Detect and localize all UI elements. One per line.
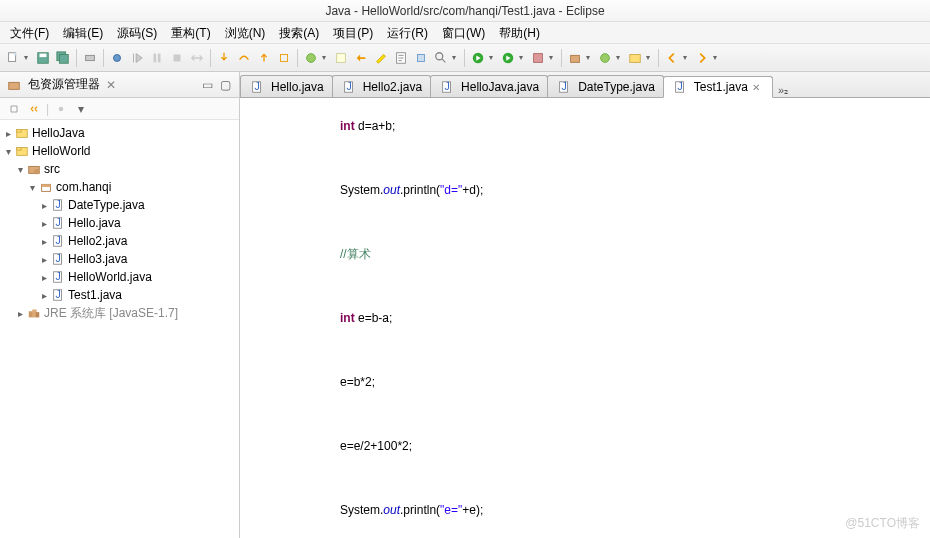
last-edit-button[interactable]	[352, 49, 370, 67]
editor-tab[interactable]: JHello.java	[240, 75, 333, 97]
editor-tab[interactable]: JTest1.java✕	[663, 76, 773, 98]
maximize-icon[interactable]: ▢	[217, 77, 233, 93]
drop-frame-button[interactable]	[275, 49, 293, 67]
menu-file[interactable]: 文件(F)	[4, 22, 55, 43]
new-package-button[interactable]	[566, 49, 584, 67]
tree-file[interactable]: ▸JHello2.java	[2, 232, 237, 250]
dropdown-icon[interactable]: ▾	[519, 53, 527, 62]
code-line[interactable]	[340, 142, 930, 174]
tree-file[interactable]: ▸JHello3.java	[2, 250, 237, 268]
open-type-button[interactable]	[332, 49, 350, 67]
menu-edit[interactable]: 编辑(E)	[57, 22, 109, 43]
menu-refactor[interactable]: 重构(T)	[165, 22, 216, 43]
dropdown-icon[interactable]: ▾	[452, 53, 460, 62]
print-button[interactable]	[81, 49, 99, 67]
new-class-button[interactable]	[596, 49, 614, 67]
dropdown-icon[interactable]: ▾	[646, 53, 654, 62]
package-explorer-title: 包资源管理器 ✕	[6, 76, 195, 93]
menu-search[interactable]: 搜索(A)	[273, 22, 325, 43]
tree-file[interactable]: ▸JHello.java	[2, 214, 237, 232]
tab-overflow[interactable]: »₂	[772, 84, 794, 97]
dropdown-icon[interactable]: ▾	[586, 53, 594, 62]
code-line[interactable]	[340, 334, 930, 366]
resume-button[interactable]	[128, 49, 146, 67]
code-line[interactable]	[340, 526, 930, 538]
debug-button[interactable]	[302, 49, 320, 67]
step-return-button[interactable]	[255, 49, 273, 67]
code-line[interactable]	[340, 270, 930, 302]
code-line[interactable]: int d=a+b;	[340, 110, 930, 142]
editor-tab[interactable]: JDateType.java	[547, 75, 664, 97]
code-line[interactable]: int e=b-a;	[340, 302, 930, 334]
tree-project[interactable]: ▾HelloWorld	[2, 142, 237, 160]
save-button[interactable]	[34, 49, 52, 67]
suspend-button[interactable]	[148, 49, 166, 67]
separator	[561, 49, 562, 67]
tree-file[interactable]: ▸JHelloWorld.java	[2, 268, 237, 286]
skip-breakpoint-button[interactable]	[108, 49, 126, 67]
project-tree[interactable]: ▸HelloJava▾HelloWorld▾src▾com.hanqi▸JDat…	[0, 120, 239, 538]
code-line[interactable]: e=b*2;	[340, 366, 930, 398]
java-file-icon: J	[50, 287, 66, 303]
menu-source[interactable]: 源码(S)	[111, 22, 163, 43]
close-view-icon[interactable]: ✕	[106, 78, 116, 92]
svg-point-12	[307, 53, 316, 62]
editor-area: JHello.javaJHello2.javaJHelloJava.javaJD…	[240, 72, 930, 538]
code-editor[interactable]: int d=a+b; System.out.println("d="+d); /…	[240, 98, 930, 538]
focus-task-icon[interactable]	[53, 101, 69, 117]
editor-tab[interactable]: JHello2.java	[332, 75, 431, 97]
code-line[interactable]: e=e/2+100*2;	[340, 430, 930, 462]
dropdown-icon[interactable]: ▾	[489, 53, 497, 62]
save-all-button[interactable]	[54, 49, 72, 67]
step-into-button[interactable]	[215, 49, 233, 67]
tree-file[interactable]: ▸JTest1.java	[2, 286, 237, 304]
terminate-button[interactable]	[168, 49, 186, 67]
task-button[interactable]	[392, 49, 410, 67]
dropdown-icon[interactable]: ▾	[549, 53, 557, 62]
dropdown-icon[interactable]: ▾	[713, 53, 721, 62]
code-line[interactable]	[340, 398, 930, 430]
dropdown-icon[interactable]: ▾	[24, 53, 32, 62]
menu-window[interactable]: 窗口(W)	[436, 22, 491, 43]
search-button[interactable]	[432, 49, 450, 67]
dropdown-icon[interactable]: ▾	[322, 53, 330, 62]
code-line[interactable]	[340, 462, 930, 494]
pin-button[interactable]	[412, 49, 430, 67]
minimize-icon[interactable]: ▭	[199, 77, 215, 93]
tree-project[interactable]: ▸HelloJava	[2, 124, 237, 142]
code-line[interactable]: System.out.println("d="+d);	[340, 174, 930, 206]
tree-jre[interactable]: ▸JRE 系统库 [JavaSE-1.7]	[2, 304, 237, 322]
menu-run[interactable]: 运行(R)	[381, 22, 434, 43]
main-toolbar: ▾ ▾ ▾ ▾ ▾ ▾ ▾ ▾ ▾ ▾ ▾	[0, 44, 930, 72]
tree-src[interactable]: ▾src	[2, 160, 237, 178]
tree-file[interactable]: ▸JDateType.java	[2, 196, 237, 214]
svg-rect-9	[158, 53, 161, 62]
link-editor-icon[interactable]	[26, 101, 42, 117]
tree-package[interactable]: ▾com.hanqi	[2, 178, 237, 196]
collapse-all-icon[interactable]	[6, 101, 22, 117]
editor-tab[interactable]: JHelloJava.java	[430, 75, 548, 97]
run-last-button[interactable]	[469, 49, 487, 67]
svg-point-7	[114, 54, 121, 61]
menu-project[interactable]: 项目(P)	[327, 22, 379, 43]
back-button[interactable]	[663, 49, 681, 67]
new-button[interactable]	[4, 49, 22, 67]
code-line[interactable]: System.out.println("e="+e);	[340, 494, 930, 526]
view-menu-icon[interactable]: ▾	[73, 101, 89, 117]
run-button[interactable]	[499, 49, 517, 67]
code-line[interactable]: //算术	[340, 238, 930, 270]
toggle-mark-button[interactable]	[372, 49, 390, 67]
dropdown-icon[interactable]: ▾	[616, 53, 624, 62]
step-over-button[interactable]	[235, 49, 253, 67]
menu-navigate[interactable]: 浏览(N)	[219, 22, 272, 43]
dropdown-icon[interactable]: ▾	[683, 53, 691, 62]
svg-text:J: J	[55, 198, 60, 210]
coverage-button[interactable]	[529, 49, 547, 67]
forward-button[interactable]	[693, 49, 711, 67]
close-icon[interactable]: ✕	[752, 82, 764, 93]
java-file-icon: J	[341, 79, 357, 95]
disconnect-button[interactable]	[188, 49, 206, 67]
new-folder-button[interactable]	[626, 49, 644, 67]
menu-help[interactable]: 帮助(H)	[493, 22, 546, 43]
code-line[interactable]	[340, 206, 930, 238]
